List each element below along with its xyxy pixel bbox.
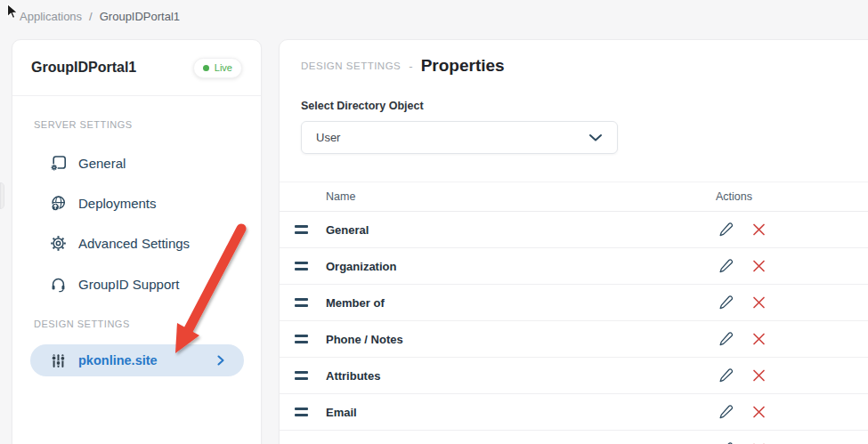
breadcrumb-applications[interactable]: Applications — [20, 10, 82, 23]
properties-table: Name Actions General Organization — [280, 182, 868, 444]
row-name: Member of — [326, 296, 385, 310]
table-row: Organization — [280, 248, 868, 285]
gear-icon — [50, 235, 67, 252]
table-row: Email — [280, 394, 868, 431]
breadcrumb: Applications / GroupIDPortal1 — [20, 10, 180, 23]
mouse-cursor-icon — [5, 3, 19, 21]
delete-x-icon[interactable] — [751, 368, 767, 383]
sliders-icon — [50, 352, 67, 369]
table-header-row: Name Actions — [280, 182, 868, 212]
edit-pencil-icon[interactable] — [718, 332, 734, 347]
page-header: DESIGN SETTINGS - Properties — [301, 56, 505, 76]
sidebar-item-label: Deployments — [78, 196, 157, 211]
status-badge-label: Live — [215, 62, 232, 73]
directory-object-select[interactable]: User — [301, 121, 618, 154]
table-row-partial — [280, 431, 868, 444]
chevron-right-icon — [215, 354, 226, 367]
sidebar-item-general[interactable]: General — [12, 143, 261, 182]
breadcrumb-separator: / — [89, 10, 93, 23]
sidebar-item-label: GroupID Support — [78, 277, 179, 292]
row-name: Email — [326, 406, 357, 419]
app-settings-sidebar: GroupIDPortal1 Live SERVER SETTINGS Gene… — [12, 39, 262, 444]
column-header-name: Name — [326, 190, 355, 203]
row-name: Phone / Notes — [326, 333, 403, 346]
breadcrumb-current-app[interactable]: GroupIDPortal1 — [100, 10, 180, 23]
properties-panel: DESIGN SETTINGS - Properties Select Dire… — [279, 39, 868, 444]
globe-upload-icon — [50, 195, 67, 212]
drag-handle-icon[interactable] — [295, 225, 308, 234]
directory-object-value: User — [316, 131, 340, 144]
edit-pencil-icon[interactable] — [718, 368, 734, 383]
sidebar-item-label: pkonline.site — [78, 353, 158, 367]
edit-pencil-icon[interactable] — [718, 405, 734, 420]
drag-handle-icon[interactable] — [295, 335, 308, 343]
directory-object-label: Select Directory Object — [301, 100, 424, 112]
table-row: Member of — [280, 285, 868, 321]
app-window-gear-icon — [50, 155, 67, 172]
delete-x-icon[interactable] — [751, 295, 767, 311]
page-eyebrow: DESIGN SETTINGS — [301, 61, 401, 71]
table-row: Attributes — [280, 358, 868, 394]
app-title: GroupIDPortal1 — [31, 60, 136, 76]
drag-handle-icon[interactable] — [295, 298, 308, 307]
sidebar-item-label: Advanced Settings — [78, 236, 190, 251]
edit-pencil-icon[interactable] — [718, 295, 734, 311]
delete-x-icon[interactable] — [751, 332, 767, 347]
table-row: Phone / Notes — [280, 321, 868, 358]
collapsed-panel-handle[interactable] — [0, 182, 4, 209]
live-dot-icon — [203, 65, 209, 71]
page-title: Properties — [421, 56, 505, 76]
sidebar-item-advanced-settings[interactable]: Advanced Settings — [12, 223, 261, 262]
row-name: Organization — [326, 260, 396, 273]
sidebar-header: GroupIDPortal1 Live — [12, 40, 261, 96]
sidebar-item-pkonline-site[interactable]: pkonline.site — [30, 344, 244, 376]
drag-handle-icon[interactable] — [295, 371, 308, 380]
sidebar-item-groupid-support[interactable]: GroupID Support — [12, 264, 261, 303]
delete-x-icon[interactable] — [751, 405, 767, 420]
row-name: Attributes — [326, 369, 380, 383]
delete-x-icon[interactable] — [751, 259, 767, 274]
sidebar-item-deployments[interactable]: Deployments — [12, 183, 261, 222]
delete-x-icon[interactable] — [751, 222, 767, 238]
drag-handle-icon[interactable] — [295, 408, 308, 416]
section-label-server-settings: SERVER SETTINGS — [34, 119, 133, 130]
section-label-design-settings: DESIGN SETTINGS — [34, 319, 130, 329]
drag-handle-icon[interactable] — [295, 262, 308, 270]
table-row: General — [280, 212, 868, 248]
status-badge: Live — [193, 58, 242, 78]
row-name: General — [326, 223, 369, 237]
edit-pencil-icon[interactable] — [718, 222, 734, 238]
header-separator: - — [409, 60, 412, 73]
headset-icon — [50, 276, 67, 293]
column-header-actions: Actions — [716, 190, 752, 203]
chevron-down-icon — [588, 133, 603, 142]
edit-pencil-icon[interactable] — [718, 259, 734, 274]
sidebar-item-label: General — [78, 156, 126, 171]
